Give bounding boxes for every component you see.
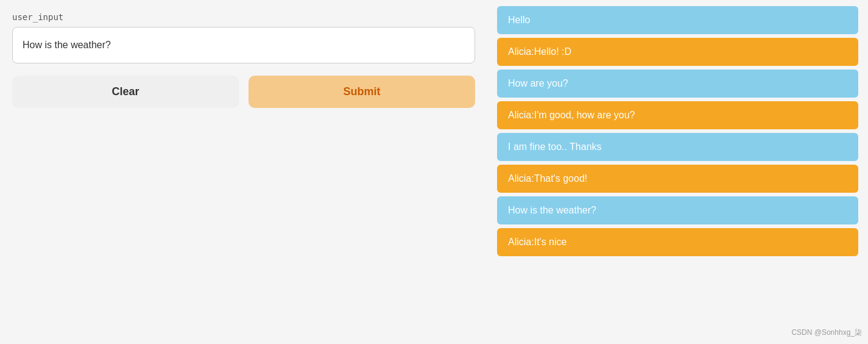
left-panel: user_input Clear Submit xyxy=(0,0,487,344)
chat-message: How is the weather? xyxy=(497,196,858,224)
button-row: Clear Submit xyxy=(12,76,475,108)
watermark: CSDN @Sonhhxg_柒 xyxy=(791,328,862,338)
chat-message: Alicia:It's nice xyxy=(497,228,858,256)
chat-message: How are you? xyxy=(497,70,858,98)
chat-message: Hello xyxy=(497,6,858,34)
input-group: user_input xyxy=(12,12,475,63)
clear-button[interactable]: Clear xyxy=(12,76,239,108)
input-label: user_input xyxy=(12,12,475,22)
chat-message: I am fine too.. Thanks xyxy=(497,133,858,161)
user-input[interactable] xyxy=(12,27,475,63)
chat-message: Alicia:Hello! :D xyxy=(497,38,858,66)
chat-panel: HelloAlicia:Hello! :DHow are you?Alicia:… xyxy=(487,0,868,344)
chat-message: Alicia:I'm good, how are you? xyxy=(497,101,858,129)
submit-button[interactable]: Submit xyxy=(249,76,475,108)
chat-message: Alicia:That's good! xyxy=(497,165,858,193)
